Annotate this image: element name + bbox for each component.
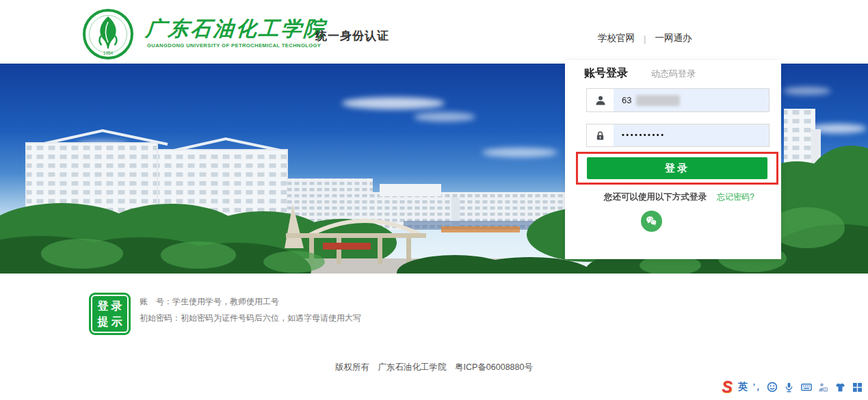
header-links: 学校官网 | 一网通办	[598, 32, 692, 44]
alternate-login-text: 您还可以使用以下方式登录	[604, 191, 707, 203]
lock-icon	[587, 124, 614, 146]
skin-icon[interactable]	[834, 382, 846, 393]
svg-text:1954: 1954	[103, 51, 114, 55]
mic-icon[interactable]	[783, 382, 795, 393]
password-value: ••••••••••	[614, 124, 769, 146]
password-input[interactable]: ••••••••••	[586, 124, 770, 147]
handwriting-icon[interactable]	[817, 382, 829, 393]
login-button-highlight: 登录	[576, 152, 778, 185]
forgot-password-link[interactable]: 忘记密码?	[717, 191, 754, 203]
login-tips-badge: 登录 提示	[89, 293, 131, 335]
wechat-login-button[interactable]	[641, 211, 662, 232]
ime-language-mode[interactable]: 英	[738, 381, 748, 393]
login-tabs: 账号登录 动态码登录	[584, 66, 696, 81]
login-page: 1954 广东石油化工学院 GUANGDONG UNIVERSITY OF PE…	[0, 0, 868, 400]
university-seal-icon: 1954	[81, 8, 135, 61]
tab-dynamic-code-login[interactable]: 动态码登录	[651, 68, 696, 80]
username-value: 63	[614, 89, 769, 111]
toolbox-icon[interactable]	[852, 382, 863, 393]
header: 1954 广东石油化工学院 GUANGDONG UNIVERSITY OF PE…	[0, 0, 868, 64]
university-name-en: GUANGDONG UNIVERSITY OF PETROCHEMICAL TE…	[147, 42, 321, 49]
copyright-footer: 版权所有 广东石油化工学院 粤ICP备06008880号	[0, 362, 868, 373]
login-tips-text: 账 号：学生使用学号，教师使用工号 初始密码：初始密码为证件号码后六位，如遇字母…	[140, 293, 361, 326]
sogou-logo-icon[interactable]: S	[722, 379, 732, 395]
link-school-site[interactable]: 学校官网	[598, 32, 635, 44]
links-separator: |	[644, 34, 646, 44]
page-title: 统一身份认证	[315, 28, 389, 44]
user-icon	[587, 89, 614, 111]
username-input[interactable]: 63	[586, 88, 770, 112]
tips-line-password: 初始密码：初始密码为证件号码后六位，如遇字母请使用大写	[140, 310, 361, 326]
wechat-icon	[645, 215, 658, 228]
tips-line-account: 账 号：学生使用学号，教师使用工号	[140, 293, 361, 310]
link-one-stop[interactable]: 一网通办	[655, 32, 692, 44]
emoji-icon[interactable]	[766, 382, 778, 393]
keyboard-icon[interactable]	[800, 382, 812, 393]
alternate-login-row: 您还可以使用以下方式登录 忘记密码?	[565, 191, 781, 203]
username-masked-blur	[636, 95, 680, 106]
ime-punctuation-mode[interactable]: ’，	[753, 382, 761, 393]
ime-toolbar: S 英 ’，	[722, 379, 863, 395]
login-panel: 账号登录 动态码登录 63	[565, 60, 781, 259]
login-button[interactable]: 登录	[587, 157, 767, 179]
tab-account-login[interactable]: 账号登录	[584, 66, 628, 81]
university-name-cn: 广东石油化工学院	[145, 15, 328, 43]
